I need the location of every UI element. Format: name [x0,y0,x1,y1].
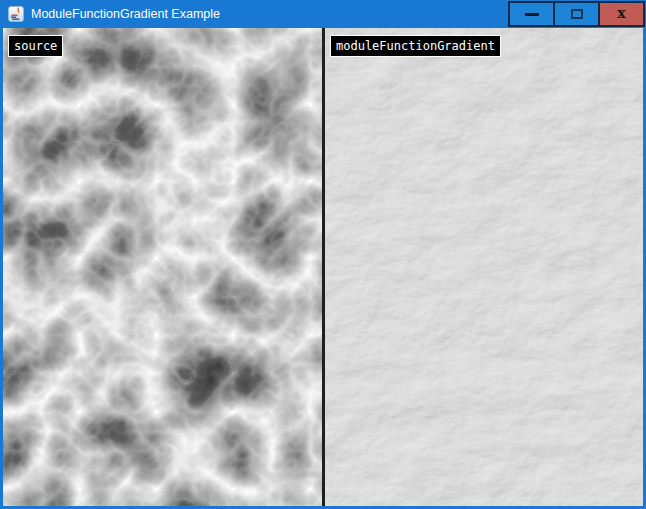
source-image [3,28,322,506]
app-window: ModuleFunctionGradient Example x [0,0,646,509]
maximize-icon [571,9,583,19]
gradient-image-panel: moduleFunctionGradient [325,28,643,506]
minimize-button[interactable] [508,1,555,27]
module-function-gradient-image [325,28,643,506]
close-button[interactable]: x [598,1,645,27]
gradient-image-label: moduleFunctionGradient [330,35,501,57]
source-image-label: source [8,35,63,57]
titlebar[interactable]: ModuleFunctionGradient Example x [0,0,646,28]
close-icon: x [617,6,625,20]
maximize-button[interactable] [553,1,600,27]
source-image-panel: source [3,28,322,506]
minimize-icon [525,13,539,16]
java-coffee-cup-icon [8,6,24,22]
content-area: source moduleFunctionGradient [3,28,643,506]
window-title: ModuleFunctionGradient Example [31,0,220,28]
window-controls: x [508,1,645,27]
